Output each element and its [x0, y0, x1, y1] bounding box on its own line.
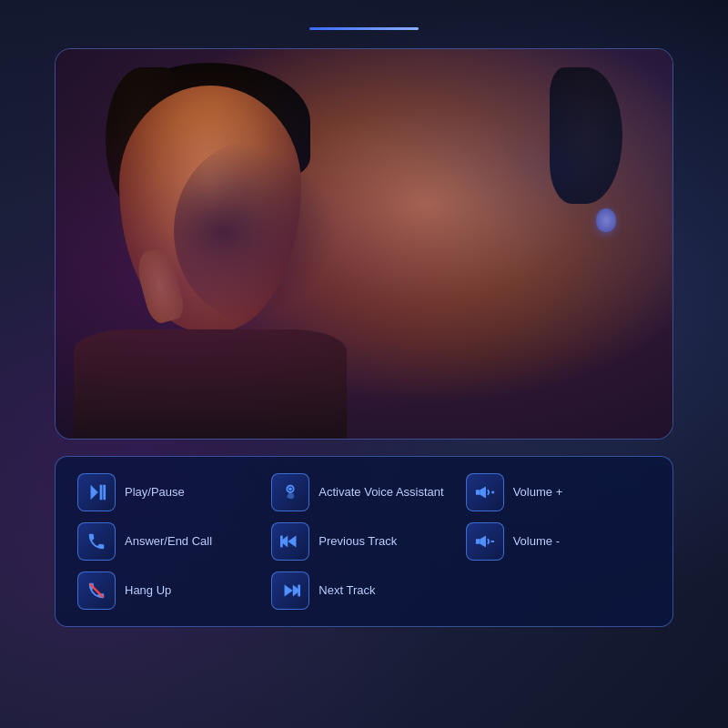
vol-down-svg — [475, 531, 495, 551]
next-svg — [280, 581, 300, 601]
call-svg — [86, 531, 106, 551]
photo-overlay — [56, 49, 672, 439]
volume-up-icon — [466, 473, 504, 511]
play-pause-icon — [77, 473, 116, 511]
control-volume-down: Volume - — [466, 522, 651, 561]
previous-track-icon — [271, 522, 309, 561]
svg-rect-18 — [298, 585, 301, 597]
play-pause-label: Play/Pause — [125, 485, 185, 500]
previous-track-label: Previous Track — [318, 534, 397, 550]
prev-svg — [280, 531, 300, 551]
top-decorative-line — [309, 27, 419, 30]
svg-rect-1 — [100, 485, 103, 500]
control-empty — [466, 571, 651, 610]
svg-rect-11 — [280, 536, 283, 548]
voice-assistant-label: Activate Voice Assistant — [318, 485, 443, 500]
svg-marker-0 — [91, 485, 98, 500]
control-answer-call: Answer/End Call — [77, 522, 262, 561]
voice-assistant-icon — [271, 473, 309, 511]
next-track-icon — [271, 571, 309, 610]
svg-marker-16 — [285, 585, 293, 597]
svg-rect-5 — [476, 490, 480, 495]
volume-up-label: Volume + — [513, 485, 563, 500]
svg-rect-2 — [103, 485, 106, 500]
voice-svg — [280, 482, 300, 502]
svg-marker-13 — [480, 536, 485, 548]
answer-call-icon — [77, 522, 116, 561]
play-pause-svg — [86, 482, 106, 502]
photo-background — [56, 49, 672, 439]
answer-call-label: Answer/End Call — [125, 534, 212, 550]
svg-point-4 — [288, 488, 292, 491]
svg-marker-6 — [480, 487, 485, 499]
next-track-label: Next Track — [318, 583, 375, 599]
svg-rect-12 — [476, 539, 480, 544]
control-previous-track: Previous Track — [271, 522, 456, 561]
svg-marker-9 — [288, 536, 297, 548]
main-container: Play/Pause Activate Voice Assistant — [0, 0, 728, 728]
hang-up-icon — [77, 571, 116, 610]
control-voice-assistant: Activate Voice Assistant — [271, 473, 456, 511]
product-photo-card — [55, 48, 673, 440]
volume-down-icon — [466, 522, 504, 561]
vol-up-svg — [475, 482, 495, 502]
control-volume-up: Volume + — [466, 473, 651, 511]
volume-down-label: Volume - — [513, 534, 560, 550]
control-hang-up: Hang Up — [77, 571, 262, 610]
controls-panel: Play/Pause Activate Voice Assistant — [55, 456, 673, 627]
control-play-pause: Play/Pause — [77, 473, 262, 511]
hang-up-label: Hang Up — [125, 583, 171, 599]
hangup-svg — [86, 581, 106, 601]
control-next-track: Next Track — [271, 571, 456, 610]
